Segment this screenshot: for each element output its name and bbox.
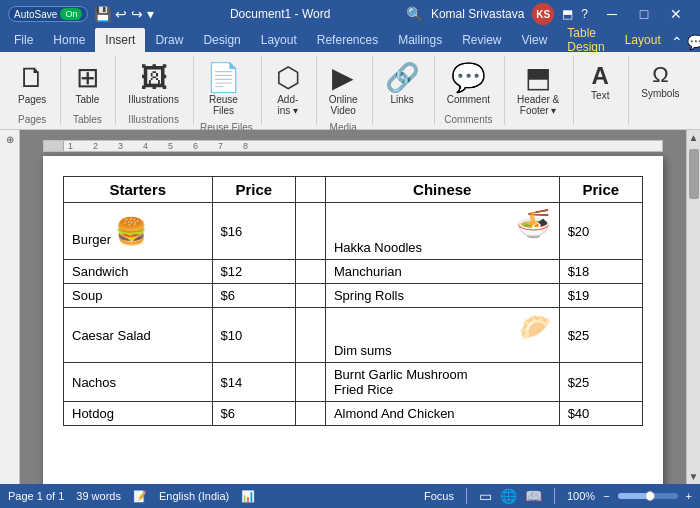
spell-check-icon[interactable]: 📝 — [133, 490, 147, 503]
table-row: Sandwich $12 Manchurian $18 — [64, 260, 643, 284]
tab-file[interactable]: File — [4, 28, 43, 52]
ribbon-group-text: A Text — [576, 56, 629, 125]
tab-table-design[interactable]: Table Design — [557, 28, 614, 52]
ribbon-group-reuse-content: 📄 ReuseFiles — [200, 56, 253, 120]
addins-button[interactable]: ⬡ Add-ins ▾ — [268, 60, 308, 120]
hakka-price: $20 — [559, 203, 642, 260]
illustrations-button[interactable]: 🖼 Illustrations — [122, 60, 185, 109]
header-chinese-price: Price — [559, 177, 642, 203]
spring-rolls: Spring Rolls — [325, 284, 559, 308]
zoom-slider[interactable] — [618, 493, 678, 499]
spring-rolls-price: $19 — [559, 284, 642, 308]
minimize-button[interactable]: ─ — [596, 0, 628, 28]
undo-icon[interactable]: ↩ — [115, 6, 127, 22]
document-page: Starters Price Chinese Price Burger 🍔 — [43, 156, 663, 484]
help-icon[interactable]: ? — [581, 7, 588, 21]
status-left: Page 1 of 1 39 words 📝 English (India) 📊 — [8, 490, 255, 503]
customize-icon[interactable]: ▾ — [147, 6, 154, 22]
username: Komal Srivastava — [431, 7, 524, 21]
empty-col — [295, 363, 325, 402]
ribbon-group-header-footer: ⬒ Header &Footer ▾ — [507, 56, 574, 125]
ribbon-group-tables: ⊞ Table Tables — [63, 56, 116, 125]
menu-table: Starters Price Chinese Price Burger 🍔 — [63, 176, 643, 426]
ribbon-toggle-icon[interactable]: ⬒ — [562, 7, 573, 21]
comment-label: Comment — [447, 94, 490, 105]
zoom-thumb[interactable] — [645, 491, 655, 501]
save-icon[interactable]: 💾 — [94, 6, 111, 22]
autosave-toggle[interactable]: AutoSave On — [8, 6, 88, 22]
reuse-label: ReuseFiles — [209, 94, 238, 116]
pages-button[interactable]: 🗋 Pages — [12, 60, 52, 109]
tab-insert[interactable]: Insert — [95, 28, 145, 52]
track-changes-icon[interactable]: 📊 — [241, 490, 255, 503]
read-mode-icon[interactable]: 📖 — [525, 488, 542, 504]
ribbon-group-links-content: 🔗 Links — [379, 56, 426, 123]
status-right: Focus ▭ 🌐 📖 100% − + — [424, 488, 692, 504]
ribbon-group-pages-content: 🗋 Pages — [12, 56, 52, 112]
zoom-in-icon[interactable]: + — [686, 490, 692, 502]
symbols-button[interactable]: Ω Symbols — [635, 60, 685, 103]
noodles-icon: 🍜 — [516, 207, 551, 240]
comments-group-label: Comments — [441, 112, 496, 125]
addins-group-label — [268, 123, 308, 125]
online-video-button[interactable]: ▶ OnlineVideo — [323, 60, 364, 120]
hotdog-price: $6 — [212, 402, 295, 426]
autosave-label: AutoSave — [14, 9, 57, 20]
ribbon-group-reuse: 📄 ReuseFiles Reuse Files — [196, 56, 262, 125]
zoom-out-icon[interactable]: − — [603, 490, 609, 502]
tab-design[interactable]: Design — [193, 28, 250, 52]
tab-mailings[interactable]: Mailings — [388, 28, 452, 52]
tab-layout[interactable]: Layout — [251, 28, 307, 52]
ribbon-group-illustrations: 🖼 Illustrations Illustrations — [118, 56, 194, 125]
user-avatar[interactable]: KS — [532, 3, 554, 25]
empty-col — [295, 203, 325, 260]
text-button[interactable]: A Text — [580, 60, 620, 105]
hakka-noodles-text: Hakka Noodles — [334, 240, 422, 255]
table-button[interactable]: ⊞ Table — [67, 60, 107, 109]
tab-table-layout[interactable]: Layout — [615, 28, 671, 52]
web-view-icon[interactable]: 🌐 — [500, 488, 517, 504]
scroll-thumb[interactable] — [689, 149, 699, 199]
caesar-price: $10 — [212, 308, 295, 363]
ribbon-comments-icon[interactable]: 💬 — [687, 34, 700, 50]
header-chinese: Chinese — [325, 177, 559, 203]
focus-button[interactable]: Focus — [424, 490, 454, 502]
maximize-button[interactable]: □ — [628, 0, 660, 28]
ribbon-group-addins: ⬡ Add-ins ▾ — [264, 56, 317, 125]
close-button[interactable]: ✕ — [660, 0, 692, 28]
redo-icon[interactable]: ↪ — [131, 6, 143, 22]
scroll-down-arrow[interactable]: ▼ — [687, 469, 700, 484]
starter-hotdog: Hotdog — [64, 402, 213, 426]
header-footer-button[interactable]: ⬒ Header &Footer ▾ — [511, 60, 565, 120]
table-row: Burger 🍔 $16 🍜 Hakka Noodles — [64, 203, 643, 260]
table-row: Hotdog $6 Almond And Chicken $40 — [64, 402, 643, 426]
bgm-fried-rice: Burnt Garlic MushroomFried Rice — [325, 363, 559, 402]
tab-home[interactable]: Home — [43, 28, 95, 52]
scroll-up-arrow[interactable]: ▲ — [687, 130, 700, 145]
document-scroll[interactable]: 12345678 Starters Price Chinese Price — [20, 130, 686, 484]
tab-draw[interactable]: Draw — [145, 28, 193, 52]
autosave-state[interactable]: On — [60, 8, 82, 20]
tab-references[interactable]: References — [307, 28, 388, 52]
reuse-files-button[interactable]: 📄 ReuseFiles — [200, 60, 247, 120]
vertical-scrollbar[interactable]: ▲ ▼ — [686, 130, 700, 484]
tab-review[interactable]: Review — [452, 28, 511, 52]
print-layout-icon[interactable]: ▭ — [479, 488, 492, 504]
links-button[interactable]: 🔗 Links — [379, 60, 426, 109]
tab-view[interactable]: View — [512, 28, 558, 52]
links-icon: 🔗 — [385, 64, 420, 92]
comment-button[interactable]: 💬 Comment — [441, 60, 496, 109]
addins-label: Add-ins ▾ — [277, 94, 298, 116]
ribbon-expand-icon[interactable]: ⌃ — [671, 34, 683, 50]
ribbon-group-hf-content: ⬒ Header &Footer ▾ — [511, 56, 565, 123]
ribbon: 🗋 Pages Pages ⊞ Table Tables 🖼 Illustrat… — [0, 52, 700, 130]
links-group-label — [379, 123, 426, 125]
ribbon-group-symbols: Ω Symbols — [631, 56, 693, 125]
comment-icon: 💬 — [451, 64, 486, 92]
ribbon-group-illus-content: 🖼 Illustrations — [122, 56, 185, 112]
search-icon[interactable]: 🔍 — [406, 6, 423, 22]
status-divider2 — [554, 488, 555, 504]
ribbon-group-addins-content: ⬡ Add-ins ▾ — [268, 56, 308, 123]
quick-access-toolbar: 💾 ↩ ↪ ▾ — [94, 6, 154, 22]
page-info: Page 1 of 1 — [8, 490, 64, 502]
